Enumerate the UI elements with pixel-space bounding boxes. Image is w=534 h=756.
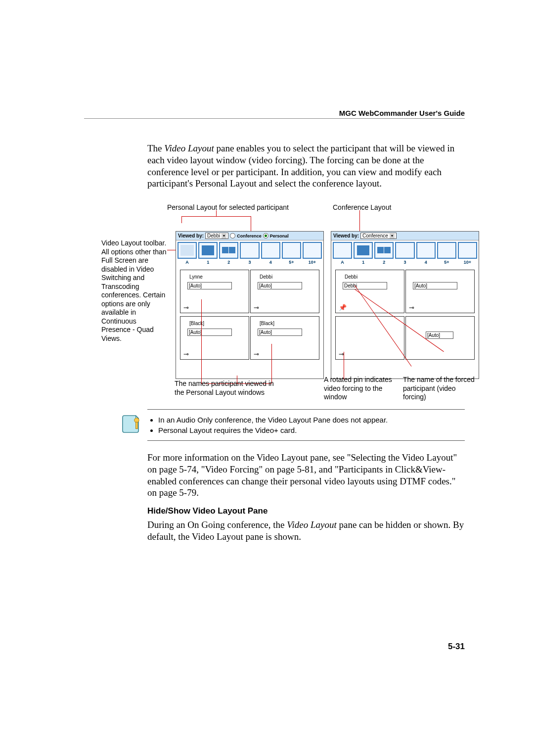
layout-btn-5plus[interactable]: 5+ (282, 242, 301, 259)
annotation-line (251, 216, 251, 231)
layout-btn-2[interactable]: 2 (219, 242, 238, 259)
radio-personal-label: Personal (270, 234, 289, 238)
viewed-by-label: Viewed by: (333, 233, 359, 238)
layout-btn-4[interactable]: 4 (261, 242, 280, 259)
layout-btn-4[interactable]: 4 (416, 242, 436, 259)
radio-personal[interactable] (263, 233, 268, 238)
select-value: Debbi (207, 233, 220, 238)
svg-rect-1 (136, 422, 138, 428)
layout-buttons-row: A 1 2 3 4 5+ 10+ (331, 240, 479, 267)
video-cell[interactable]: [Black] [Auto] ⊸ (250, 316, 319, 360)
note-box: In an Audio Only conference, the Video L… (147, 409, 465, 441)
label-conference-layout: Conference Layout (333, 203, 391, 211)
participant-name: Debbi (260, 274, 272, 280)
annotation-forced-name: The name of the forced participant (vide… (403, 376, 477, 402)
video-grid-personal: Lynne [Auto] ⊸ Debbi [Auto] ⊸ [Black] [A… (176, 267, 323, 378)
annotation-line (271, 344, 272, 383)
label-personal-layout: Personal Layout for selected participant (167, 203, 289, 211)
italic-video-layout: Video Layout (164, 143, 214, 153)
intro-paragraph: The Video Layout pane enables you to sel… (147, 142, 465, 189)
layout-buttons-row: A 1 2 3 4 5+ 10+ (176, 240, 323, 267)
annotation-rotated-pin: A rotated pin indicates video forcing to… (324, 376, 398, 402)
participant-box[interactable]: [Auto] (258, 282, 302, 289)
annotation-line (216, 210, 217, 216)
annotation-line (201, 299, 202, 383)
subhead-body: During an On Going conference, the Video… (147, 519, 465, 543)
video-cell[interactable]: [Auto] ⊸ (405, 270, 475, 313)
header-rule (84, 118, 465, 119)
italic-video-layout: Video Layout (287, 520, 336, 530)
annotation-names-viewed: The names participant viewed in the Pers… (175, 379, 283, 397)
annotation-line (181, 216, 182, 223)
video-cell[interactable]: [Black] [Auto] ⊸ (180, 316, 249, 360)
note-icon (122, 415, 140, 433)
layout-btn-5plus[interactable]: 5+ (437, 242, 456, 259)
viewed-by-select[interactable]: Debbi ▾ (205, 233, 228, 239)
layout-btn-1[interactable]: 1 (354, 242, 373, 259)
layout-btn-1[interactable]: 1 (198, 242, 218, 259)
video-grid-conference: Debbi Debbi 📌 [Auto] ⊸ ⊸ [Auto] (331, 267, 479, 378)
select-value: Conference (362, 233, 388, 238)
participant-name: Lynne (189, 274, 203, 280)
annotation-line (181, 216, 251, 217)
layout-btn-3[interactable]: 3 (395, 242, 414, 259)
text-fragment: During an On Going conference, the (147, 520, 287, 530)
pin-icon: ⊸ (183, 304, 189, 311)
radio-conference-label: Conference (237, 234, 262, 238)
participant-name: Debbi (345, 274, 357, 280)
personal-toolbar: Viewed by: Debbi ▾ Conference Personal (176, 232, 323, 240)
pin-icon: ⊸ (254, 304, 259, 311)
pin-icon: ⊸ (254, 350, 259, 358)
video-cell[interactable]: ⊸ (335, 316, 404, 360)
layout-btn-a[interactable]: A (333, 242, 352, 259)
annotation-line (359, 210, 360, 231)
viewed-by-select[interactable]: Conference ▾ (360, 233, 397, 239)
layout-btn-2[interactable]: 2 (374, 242, 394, 259)
dropdown-icon[interactable]: ▾ (390, 234, 395, 238)
layout-btn-a[interactable]: A (178, 242, 197, 259)
dropdown-icon[interactable]: ▾ (222, 234, 226, 238)
layout-btn-10plus[interactable]: 10+ (303, 242, 322, 259)
pin-icon: ⊸ (409, 304, 414, 311)
pin-icon: ⊸ (183, 350, 189, 358)
personal-layout-panel: Viewed by: Debbi ▾ Conference Personal A… (176, 231, 324, 379)
annotation-line (167, 250, 176, 250)
radio-conference[interactable] (230, 233, 235, 238)
layout-btn-10plus[interactable]: 10+ (458, 242, 477, 259)
participant-name: [Black] (189, 321, 204, 326)
side-annotation: Video Layout toolbar. All options other … (101, 239, 167, 343)
conference-toolbar: Viewed by: Conference ▾ (331, 232, 479, 240)
participant-box[interactable]: [Auto] (187, 329, 232, 336)
participant-box[interactable]: [Auto] (187, 282, 232, 289)
video-cell[interactable]: [Auto] (405, 316, 475, 360)
participant-name: [Black] (260, 321, 274, 326)
subheading: Hide/Show Video Layout Pane (147, 506, 465, 516)
participant-box[interactable]: [Auto] (413, 282, 457, 289)
note-item: In an Audio Only conference, the Video L… (158, 415, 388, 425)
viewed-by-label: Viewed by: (178, 233, 204, 238)
note-text: In an Audio Only conference, the Video L… (149, 415, 388, 435)
pin-icon-rotated: 📌 (339, 304, 347, 311)
note-item: Personal Layout requires the Video+ card… (158, 425, 388, 435)
diagram: Personal Layout for selected participant… (101, 203, 465, 401)
participant-box[interactable]: [Auto] (426, 331, 453, 339)
video-cell[interactable]: Lynne [Auto] ⊸ (180, 270, 249, 313)
video-cell[interactable]: Debbi [Auto] ⊸ (250, 270, 319, 313)
participant-box[interactable]: [Auto] (258, 329, 302, 336)
layout-btn-3[interactable]: 3 (240, 242, 259, 259)
more-info-paragraph: For more information on the Video Layout… (147, 452, 465, 499)
page-number: 5-31 (84, 642, 465, 652)
page-header: MGC WebCommander User's Guide (339, 109, 465, 117)
participant-box[interactable]: Debbi (343, 282, 387, 289)
